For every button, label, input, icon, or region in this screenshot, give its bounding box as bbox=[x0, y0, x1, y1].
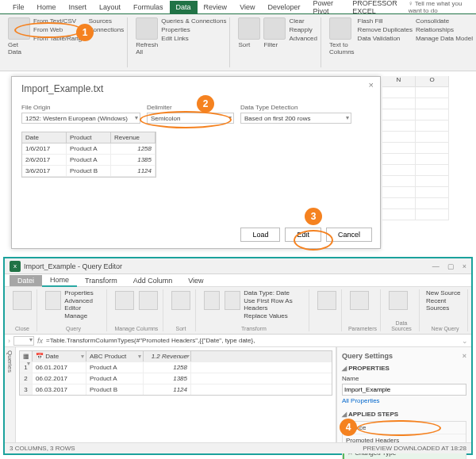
choose-columns-icon[interactable] bbox=[115, 291, 134, 310]
qe-cell[interactable]: Product A bbox=[86, 362, 144, 373]
row-index: 2 bbox=[20, 373, 33, 384]
tab-insert[interactable]: Insert bbox=[63, 1, 94, 13]
tab-data[interactable]: Data bbox=[170, 1, 198, 13]
refresh-preview-icon[interactable] bbox=[45, 291, 61, 310]
reduce-rows-icon[interactable] bbox=[171, 291, 190, 310]
replace-values-button[interactable]: Replace Values bbox=[244, 312, 305, 319]
manage-button[interactable]: Manage bbox=[64, 312, 103, 319]
maximize-icon[interactable]: ▢ bbox=[447, 262, 455, 270]
query-dropdown[interactable] bbox=[13, 336, 34, 346]
relationships-button[interactable]: Relationships bbox=[416, 26, 473, 33]
preview-cell: 2/6/2017 bbox=[22, 155, 67, 165]
refresh-all-icon[interactable] bbox=[136, 17, 158, 40]
qe-cell[interactable]: 1124 bbox=[144, 384, 191, 395]
query-name-input[interactable] bbox=[342, 384, 466, 396]
tell-me[interactable]: ♀ Tell me what you want to do bbox=[409, 0, 476, 14]
tab-home[interactable]: Home bbox=[31, 1, 63, 13]
qe-header-product[interactable]: ABC Product bbox=[86, 351, 144, 361]
filter-button[interactable]: Filter bbox=[263, 41, 286, 48]
qe-tab-view[interactable]: View bbox=[180, 275, 211, 286]
file-origin-select[interactable]: 1252: Western European (Windows) bbox=[21, 113, 140, 124]
group-by-icon[interactable] bbox=[225, 291, 240, 310]
tab-view[interactable]: View bbox=[233, 1, 261, 13]
filter-icon[interactable] bbox=[263, 17, 286, 40]
sort-button[interactable]: Sort bbox=[238, 41, 260, 48]
preview-cell: 1124 bbox=[111, 166, 155, 176]
properties-button[interactable]: Properties bbox=[161, 26, 226, 33]
remove-columns-icon[interactable] bbox=[139, 291, 158, 310]
queries-panel-tab[interactable]: Queries bbox=[5, 347, 16, 453]
qe-header-date[interactable]: 📅 Date bbox=[33, 351, 86, 361]
properties-button[interactable]: Properties bbox=[64, 289, 103, 296]
column-header[interactable]: O bbox=[416, 76, 449, 87]
tab-powerpivot[interactable]: Power Pivot bbox=[307, 0, 347, 17]
advanced-button[interactable]: Advanced bbox=[289, 35, 317, 42]
close-icon[interactable]: × bbox=[463, 352, 466, 360]
edit-links-button[interactable]: Edit Links bbox=[161, 35, 226, 42]
manage-data-model-button[interactable]: Manage Data Model bbox=[416, 35, 473, 42]
chevron-right-icon[interactable]: › bbox=[8, 337, 10, 345]
data-type-detection-select[interactable]: Based on first 200 rows bbox=[240, 113, 351, 124]
recent-sources-button[interactable]: Recent Sources bbox=[426, 297, 464, 312]
remove-duplicates-button[interactable]: Remove Duplicates bbox=[358, 26, 413, 33]
split-column-icon[interactable] bbox=[204, 291, 220, 310]
consolidate-button[interactable]: Consolidate bbox=[416, 17, 473, 25]
data-source-settings-icon[interactable] bbox=[389, 291, 408, 310]
preview-cell: 3/6/2017 bbox=[22, 166, 67, 176]
get-data-button[interactable]: Get Data bbox=[8, 41, 30, 55]
queries-connections-button[interactable]: Queries & Connections bbox=[161, 17, 226, 25]
load-button[interactable]: Load bbox=[240, 228, 280, 242]
qe-cell[interactable]: 1258 bbox=[144, 362, 191, 373]
qe-group-transform: Transform bbox=[202, 326, 305, 331]
tab-layout[interactable]: Layout bbox=[93, 1, 127, 13]
first-row-headers-button[interactable]: Use First Row As Headers bbox=[244, 297, 305, 312]
tab-developer[interactable]: Developer bbox=[261, 1, 306, 13]
formula-text[interactable]: =Table.TransformColumnTypes(#"Promoted H… bbox=[46, 337, 462, 344]
reapply-button[interactable]: Reapply bbox=[289, 26, 317, 33]
close-icon[interactable]: × bbox=[463, 262, 466, 270]
tab-file[interactable]: File bbox=[6, 1, 31, 13]
close-load-icon[interactable] bbox=[13, 291, 32, 310]
qe-tab-addcolumn[interactable]: Add Column bbox=[125, 275, 181, 286]
existing-connections-button[interactable]: Connections bbox=[89, 26, 124, 33]
qe-cell[interactable]: Product A bbox=[86, 373, 144, 384]
manage-parameters-icon[interactable] bbox=[350, 291, 369, 310]
close-icon[interactable]: × bbox=[369, 80, 374, 90]
properties-section[interactable]: PROPERTIES bbox=[342, 365, 466, 372]
text-to-columns-icon[interactable] bbox=[329, 17, 351, 40]
sort-icon[interactable] bbox=[238, 17, 260, 40]
qe-cell[interactable]: 06.01.2017 bbox=[33, 362, 86, 373]
qe-data-grid[interactable]: ▦ 📅 Date ABC Product 1.2 Revenue 106.01.… bbox=[16, 347, 336, 453]
qe-tab-datei[interactable]: Datei bbox=[10, 275, 42, 286]
row-index-header: ▦ bbox=[20, 351, 33, 361]
tab-professor-excel[interactable]: PROFESSOR EXCEL bbox=[346, 0, 408, 17]
combine-icon[interactable] bbox=[317, 291, 336, 310]
qe-tab-home[interactable]: Home bbox=[42, 274, 77, 287]
qe-cell[interactable]: Product B bbox=[86, 384, 144, 395]
qe-cell[interactable]: 06.02.2017 bbox=[33, 373, 86, 384]
refresh-all-button[interactable]: Refresh All bbox=[136, 41, 158, 55]
qe-cell[interactable]: 06.03.2017 bbox=[33, 384, 86, 395]
applied-steps-section[interactable]: APPLIED STEPS bbox=[342, 411, 466, 418]
qe-tab-transform[interactable]: Transform bbox=[77, 275, 125, 286]
data-validation-button[interactable]: Data Validation bbox=[358, 35, 413, 42]
column-header[interactable]: N bbox=[382, 76, 416, 87]
qe-cell[interactable]: 1385 bbox=[144, 373, 191, 384]
clear-button[interactable]: Clear bbox=[289, 17, 317, 25]
tab-formulas[interactable]: Formulas bbox=[127, 1, 170, 13]
fx-icon[interactable]: fx bbox=[37, 337, 43, 345]
chevron-down-icon[interactable]: ⌄ bbox=[462, 337, 468, 345]
minimize-icon[interactable]: — bbox=[432, 262, 440, 270]
all-properties-link[interactable]: All Properties bbox=[342, 397, 466, 404]
recent-sources-button[interactable]: Sources bbox=[89, 17, 124, 25]
data-type-button[interactable]: Data Type: Date bbox=[244, 289, 305, 296]
worksheet-grid[interactable]: NO bbox=[382, 76, 476, 249]
text-to-columns-button[interactable]: Text to Columns bbox=[329, 41, 355, 55]
tab-review[interactable]: Review bbox=[198, 1, 234, 13]
flash-fill-button[interactable]: Flash Fill bbox=[358, 17, 413, 25]
advanced-editor-button[interactable]: Advanced Editor bbox=[64, 297, 103, 312]
callout-3-badge: 3 bbox=[305, 208, 322, 225]
qe-header-revenue[interactable]: 1.2 Revenue bbox=[144, 351, 191, 361]
qe-ribbon: Close PropertiesAdvanced EditorManageQue… bbox=[5, 287, 471, 335]
new-source-button[interactable]: New Source bbox=[426, 289, 464, 296]
